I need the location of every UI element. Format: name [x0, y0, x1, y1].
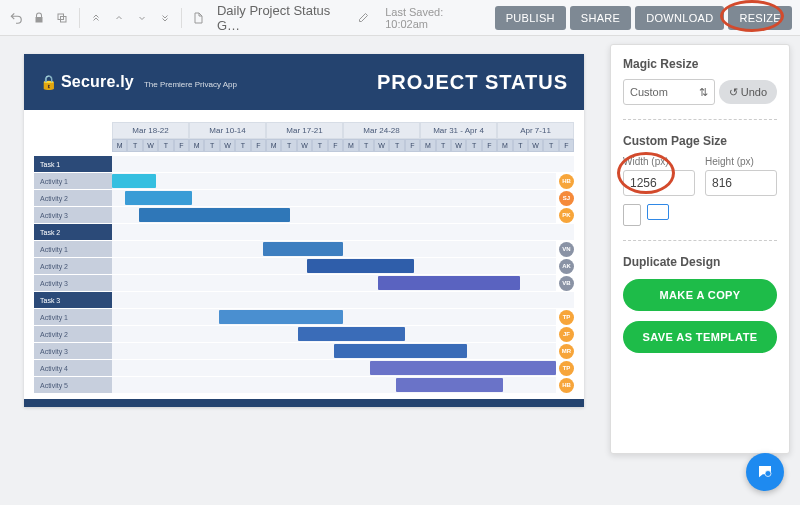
day-cell: T: [235, 139, 250, 152]
brand-name: Secure.ly: [61, 73, 134, 91]
undo-resize-button[interactable]: ↺Undo: [719, 80, 777, 104]
week-cell: Mar 17-21: [266, 122, 343, 139]
day-cell: M: [112, 139, 127, 152]
day-cell: T: [204, 139, 219, 152]
chat-icon: [756, 463, 774, 481]
assignee-badge: HB: [559, 174, 574, 189]
gantt-row: Activity 5HB: [34, 377, 574, 393]
day-cell: T: [436, 139, 451, 152]
row-track: [112, 309, 556, 325]
day-cell: W: [143, 139, 158, 152]
lock-icon[interactable]: [31, 9, 48, 27]
topbar: Daily Project Status G… Last Saved: 10:0…: [0, 0, 800, 36]
day-cell: M: [343, 139, 358, 152]
row-track: [112, 207, 556, 223]
gantt-bar[interactable]: [219, 310, 343, 324]
day-cell: T: [389, 139, 404, 152]
gantt-row: Activity 2SJ: [34, 190, 574, 206]
day-cell: F: [405, 139, 420, 152]
design-canvas[interactable]: 🔒 Secure.ly The Premiere Privacy App PRO…: [24, 54, 584, 407]
gantt-bar[interactable]: [298, 327, 405, 341]
gantt-row: Activity 2AK: [34, 258, 574, 274]
row-label: Task 3: [34, 292, 112, 308]
move-bottom-icon[interactable]: [156, 9, 173, 27]
gantt-bar[interactable]: [307, 259, 414, 273]
row-track: [112, 190, 556, 206]
last-saved: Last Saved: 10:02am: [385, 6, 482, 30]
landscape-icon[interactable]: [647, 204, 669, 220]
day-cell: T: [513, 139, 528, 152]
resize-button[interactable]: RESIZE: [728, 6, 792, 30]
day-cell: T: [466, 139, 481, 152]
gantt-bar[interactable]: [112, 174, 156, 188]
assignee-badge: JF: [559, 327, 574, 342]
width-input[interactable]: [623, 170, 695, 196]
day-cell: W: [220, 139, 235, 152]
gantt-bar[interactable]: [263, 242, 343, 256]
gantt-row: Task 3: [34, 292, 574, 308]
week-header: Mar 18-22Mar 10-14Mar 17-21Mar 24-28Mar …: [112, 122, 574, 139]
gantt-bar[interactable]: [334, 344, 467, 358]
file-title[interactable]: Daily Project Status G…: [217, 3, 348, 33]
save-template-button[interactable]: SAVE AS TEMPLATE: [623, 321, 777, 353]
copy-icon[interactable]: [54, 9, 71, 27]
undo-icon[interactable]: [8, 9, 25, 27]
row-label: Activity 3: [34, 207, 112, 223]
day-cell: F: [174, 139, 189, 152]
day-cell: T: [359, 139, 374, 152]
make-copy-button[interactable]: MAKE A COPY: [623, 279, 777, 311]
file-icon[interactable]: [190, 9, 207, 27]
gantt-row: Activity 2JF: [34, 326, 574, 342]
resize-preset-select[interactable]: Custom ⇅: [623, 79, 715, 105]
day-cell: W: [297, 139, 312, 152]
move-down-icon[interactable]: [133, 9, 150, 27]
resize-panel: Magic Resize Custom ⇅ ↺Undo Custom Page …: [610, 44, 790, 454]
row-label: Activity 2: [34, 326, 112, 342]
publish-button[interactable]: PUBLISH: [495, 6, 566, 30]
gantt-bar[interactable]: [370, 361, 556, 375]
share-button[interactable]: SHARE: [570, 6, 631, 30]
move-up-icon[interactable]: [110, 9, 127, 27]
day-cell: M: [497, 139, 512, 152]
assignee-badge: HB: [559, 378, 574, 393]
top-actions: PUBLISH SHARE DOWNLOAD RESIZE: [495, 6, 792, 30]
portrait-icon[interactable]: [623, 204, 641, 226]
day-cell: F: [559, 139, 574, 152]
day-cell: T: [158, 139, 173, 152]
row-label: Activity 1: [34, 173, 112, 189]
divider: [623, 119, 777, 120]
gantt-row: Activity 1HB: [34, 173, 574, 189]
brand-lock-icon: 🔒: [40, 74, 57, 90]
day-cell: F: [251, 139, 266, 152]
row-label: Activity 1: [34, 241, 112, 257]
orientation: [623, 204, 777, 226]
chat-fab[interactable]: [746, 453, 784, 491]
gantt-bar[interactable]: [125, 191, 192, 205]
gantt-bar[interactable]: [139, 208, 290, 222]
gantt-row: Activity 1VN: [34, 241, 574, 257]
assignee-badge: TP: [559, 310, 574, 325]
height-input[interactable]: [705, 170, 777, 196]
gantt-bar[interactable]: [378, 276, 520, 290]
edit-title-icon[interactable]: [354, 9, 371, 27]
week-cell: Mar 18-22: [112, 122, 189, 139]
gantt-row: Task 1: [34, 156, 574, 172]
day-cell: W: [528, 139, 543, 152]
day-cell: F: [328, 139, 343, 152]
gantt-bar[interactable]: [396, 378, 503, 392]
row-label: Activity 5: [34, 377, 112, 393]
divider: [623, 240, 777, 241]
download-button[interactable]: DOWNLOAD: [635, 6, 724, 30]
row-label: Activity 3: [34, 343, 112, 359]
gantt-row: Activity 3PK: [34, 207, 574, 223]
move-top-icon[interactable]: [88, 9, 105, 27]
day-cell: T: [127, 139, 142, 152]
gantt-row: Task 2: [34, 224, 574, 240]
gantt-row: Activity 3MR: [34, 343, 574, 359]
magic-resize-title: Magic Resize: [623, 57, 777, 71]
week-cell: Mar 10-14: [189, 122, 266, 139]
day-cell: T: [312, 139, 327, 152]
row-label: Activity 2: [34, 258, 112, 274]
canvas-area: 🔒 Secure.ly The Premiere Privacy App PRO…: [0, 36, 610, 505]
width-field: Width (px): [623, 156, 695, 196]
